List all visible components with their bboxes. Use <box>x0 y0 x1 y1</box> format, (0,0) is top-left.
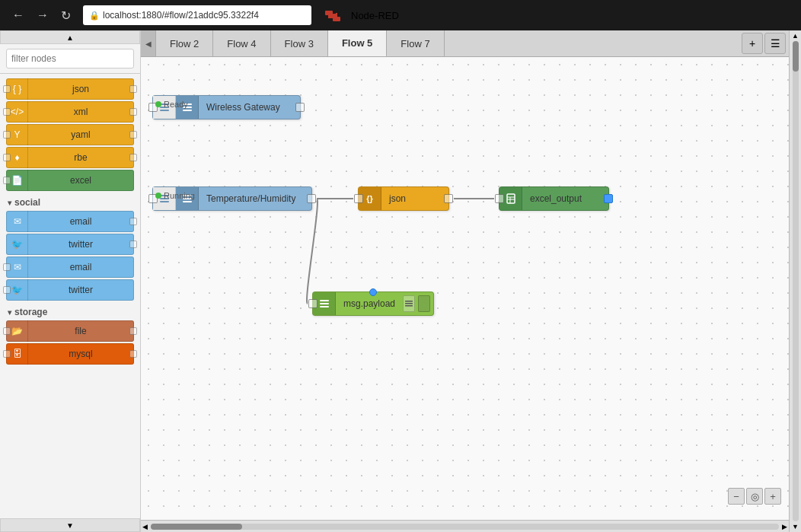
status-dot <box>155 101 161 107</box>
add-tab-button[interactable]: + <box>742 33 763 54</box>
back-button[interactable]: ← <box>8 7 29 24</box>
main-layout: ▲ { }json</>xmlYyaml♦rbe📄excel▾social✉em… <box>0 30 801 532</box>
svg-rect-7 <box>160 110 169 111</box>
browser-nav-buttons: ← → ↻ <box>8 7 75 24</box>
flow-node-msg-payload[interactable]: msg.payload <box>312 291 434 316</box>
section-header-storage[interactable]: ▾storage <box>0 302 140 319</box>
svg-rect-10 <box>183 110 192 111</box>
tab-flow7[interactable]: Flow 7 <box>387 30 444 57</box>
left-port <box>3 263 11 271</box>
section-label: storage <box>14 307 47 317</box>
node-status: Ready <box>155 100 188 109</box>
vertical-scrollbar[interactable]: ▲ ▼ <box>789 30 801 532</box>
sidebar-node-email-out[interactable]: ✉email <box>6 256 134 278</box>
node-label: twitter <box>28 239 133 250</box>
node-label: excel <box>28 175 133 186</box>
right-port <box>444 194 453 203</box>
app-title: Node-RED <box>351 10 399 21</box>
node-label: rbe <box>28 152 133 163</box>
sidebar-node-json[interactable]: { }json <box>6 78 134 100</box>
node-label: json <box>381 193 448 204</box>
reload-button[interactable]: ↻ <box>56 7 75 24</box>
svg-rect-16 <box>183 201 192 202</box>
right-port <box>129 154 137 161</box>
tab-menu-button[interactable]: ☰ <box>764 33 786 54</box>
sidebar-node-twitter-out[interactable]: 🐦twitter <box>6 279 134 301</box>
right-port <box>129 85 137 93</box>
debug-icon[interactable] <box>403 295 415 312</box>
node-label: twitter <box>28 285 133 295</box>
scrollbar-thumb[interactable] <box>151 524 242 530</box>
search-input[interactable] <box>6 49 134 68</box>
sidebar-node-email-in[interactable]: ✉email <box>6 211 134 232</box>
nodered-logo-icon <box>325 8 346 23</box>
sidebar-scroll-up[interactable]: ▲ <box>0 30 140 44</box>
node-toggle[interactable] <box>418 295 430 312</box>
scrollbar-track[interactable] <box>151 524 779 530</box>
flow-canvas[interactable]: Wireless GatewayReadyTemperature/Humidit… <box>141 57 789 520</box>
scroll-up-button[interactable]: ▲ <box>790 32 801 40</box>
node-label: mysql <box>28 349 133 359</box>
sidebar-node-mysql[interactable]: 🗄mysql <box>6 343 134 365</box>
sidebar-node-yaml[interactable]: Yyaml <box>6 124 134 145</box>
left-port <box>3 154 11 161</box>
zoom-in-button[interactable]: + <box>764 488 781 505</box>
node-label: file <box>28 326 133 336</box>
node-label: Temperature/Humidity <box>199 193 311 204</box>
node-label: msg.payload <box>336 298 403 309</box>
node-sidebar: ▲ { }json</>xmlYyaml♦rbe📄excel▾social✉em… <box>0 30 141 532</box>
sidebar-node-twitter-in[interactable]: 🐦twitter <box>6 234 134 255</box>
node-icon: 🐦 <box>7 234 28 255</box>
sidebar-node-rbe[interactable]: ♦rbe <box>6 147 134 168</box>
sidebar-scroll-down[interactable]: ▼ <box>0 518 140 532</box>
sidebar-node-file[interactable]: 📂file <box>6 320 134 342</box>
svg-rect-17 <box>507 194 515 203</box>
url-display: localhost:1880/#flow/21addc95.3322f4 <box>103 10 259 21</box>
connection-temp-humidity-msg-payload <box>307 199 318 304</box>
svg-rect-22 <box>320 303 329 304</box>
section-header-social[interactable]: ▾social <box>0 193 140 209</box>
node-label: excel_output <box>522 193 608 204</box>
zoom-reset-button[interactable]: ◎ <box>746 488 763 505</box>
node-modified-dot <box>369 288 377 296</box>
sidebar-node-excel[interactable]: 📄excel <box>6 170 134 191</box>
right-port <box>604 194 613 203</box>
horizontal-scrollbar[interactable]: ◀ ▶ <box>141 520 789 532</box>
scroll-right-button[interactable]: ▶ <box>782 523 787 530</box>
vscroll-thumb[interactable] <box>793 41 799 72</box>
vscroll-track[interactable] <box>793 41 799 521</box>
tab-flow5[interactable]: Flow 5 <box>328 30 387 57</box>
flow-node-excel-output[interactable]: excel_output <box>499 186 609 211</box>
node-label: Wireless Gateway <box>199 102 300 113</box>
tabs-collapse-button[interactable]: ◀ <box>141 30 156 57</box>
left-port <box>3 327 11 335</box>
filter-nodes-container <box>0 44 140 74</box>
left-port <box>3 131 11 139</box>
chevron-icon: ▾ <box>8 308 11 317</box>
svg-rect-23 <box>320 306 329 307</box>
scroll-down-button[interactable]: ▼ <box>790 523 801 530</box>
sidebar-node-xml[interactable]: </>xml <box>6 101 134 123</box>
zoom-out-button[interactable]: − <box>728 488 745 505</box>
tab-flow2[interactable]: Flow 2 <box>156 30 213 57</box>
app-logo: Node-RED <box>325 8 399 23</box>
forward-button[interactable]: → <box>32 7 53 24</box>
right-port <box>129 327 137 335</box>
tabs-container: Flow 2Flow 4Flow 3Flow 5Flow 7 <box>156 30 742 57</box>
zoom-controls: − ◎ + <box>728 488 781 505</box>
left-port <box>3 177 11 184</box>
svg-rect-21 <box>320 300 329 301</box>
node-label: email <box>28 216 133 227</box>
left-port <box>3 286 11 294</box>
status-dot <box>155 193 161 199</box>
right-port <box>129 108 137 116</box>
flow-node-json-node[interactable]: {}json <box>358 186 449 211</box>
svg-rect-26 <box>405 305 413 307</box>
tab-flow4[interactable]: Flow 4 <box>213 30 270 57</box>
scroll-left-button[interactable]: ◀ <box>142 523 148 530</box>
node-icon: ✉ <box>7 211 28 232</box>
tab-flow3[interactable]: Flow 3 <box>271 30 328 57</box>
browser-topbar: ← → ↻ 🔒 localhost:1880/#flow/21addc95.33… <box>0 0 801 30</box>
status-text: Ready <box>164 100 188 109</box>
node-label: xml <box>28 107 133 117</box>
